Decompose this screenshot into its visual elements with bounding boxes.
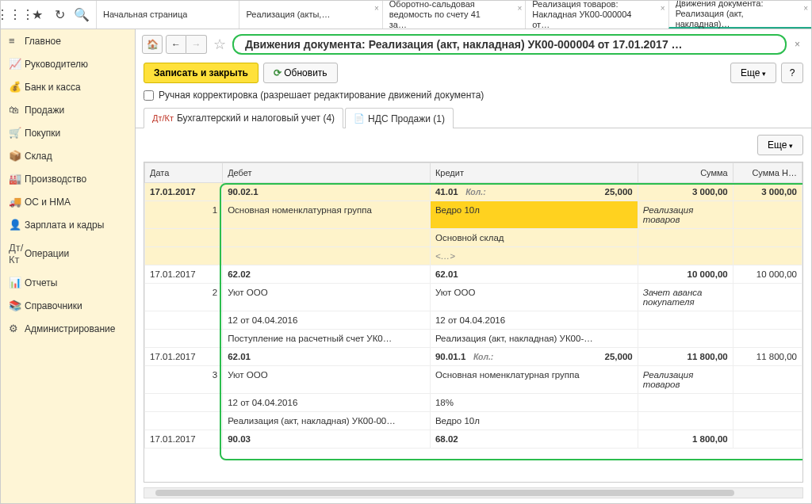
tab-label: Движения документа: Реализация (акт, нак… [676,0,787,29]
sidebar-icon: 🛒 [9,127,25,139]
sidebar-label: Руководителю [25,59,88,70]
top-tab[interactable]: Движения документа: Реализация (акт, нак… [668,1,811,29]
tab-close-icon[interactable]: × [517,4,522,13]
top-tab[interactable]: Реализация товаров: Накладная УК00-00000… [525,1,668,29]
grid-more-button[interactable]: Еще [757,135,803,155]
sidebar-label: Продажи [25,105,64,116]
table-row[interactable]: 12 от 04.04.201618% [145,394,802,412]
table-row[interactable]: Поступление на расчетный счет УК0…Реализ… [145,330,802,348]
sidebar-item[interactable]: 📦Склад [1,144,135,167]
col-debit[interactable]: Дебет [223,163,431,183]
table-row[interactable]: 17.01.201762.0190.01.1 Кол.: 25,00011 80… [145,348,802,366]
tab-close-icon[interactable]: × [803,4,808,13]
sidebar-icon: 🛍 [9,104,25,116]
sidebar-icon: ⚙ [9,323,25,334]
table-row[interactable]: 17.01.201790.02.141.01 Кол.: 25,0003 000… [145,183,802,201]
sidebar-item[interactable]: ⚙Администрирование [1,317,135,340]
sidebar-item[interactable]: 📈Руководителю [1,52,135,75]
sidebar-item[interactable]: 🏭Производство [1,167,135,190]
table-row[interactable]: <…> [145,247,802,265]
sidebar-label: Зарплата и кадры [25,220,104,231]
sub-tab-label: Бухгалтерский и налоговый учет (4) [177,113,335,124]
table-row[interactable]: Основной склад [145,229,802,247]
sidebar-label: Справочники [25,300,82,311]
sidebar-item[interactable]: 🛒Покупки [1,121,135,144]
sidebar-icon: 📈 [9,58,25,70]
history-icon[interactable]: ↻ [48,4,71,26]
tab-close-icon[interactable]: × [374,4,379,13]
sidebar-icon: 📚 [9,300,25,311]
sidebar-item[interactable]: 👤Зарплата и кадры [1,213,135,236]
sidebar-icon: 💰 [9,81,25,93]
search-icon[interactable]: 🔍 [71,4,93,26]
sidebar-item[interactable]: 🛍Продажи [1,98,135,121]
table-row[interactable]: 1Основная номенклатурная группаВедро 10л… [145,201,802,229]
back-button[interactable]: ← [166,35,186,54]
col-credit[interactable]: Кредит [430,163,638,183]
sidebar-item[interactable]: Дт/КтОперации [1,236,135,271]
sidebar-icon: 🏭 [9,173,25,185]
sub-tab[interactable]: 📄НДС Продажи (1) [345,108,454,128]
table-row[interactable]: 3Уют ООООсновная номенклатурная группаРе… [145,366,802,394]
top-tab[interactable]: Оборотно-сальдовая ведомость по счету 41… [382,1,525,29]
sidebar-label: Главное [25,36,61,47]
sidebar-icon: 🚚 [9,196,25,208]
sidebar-item[interactable]: 📚Справочники [1,294,135,317]
horizontal-scrollbar[interactable] [144,487,803,498]
sidebar-label: Производство [25,174,86,185]
col-sum[interactable]: Сумма [638,163,733,183]
tab-label: Реализация товаров: Накладная УК00-00000… [532,0,643,30]
refresh-button[interactable]: Обновить [263,63,338,83]
sidebar-icon: ≡ [9,35,25,47]
sidebar-icon: 📊 [9,277,25,288]
sidebar-item[interactable]: 🚚ОС и НМА [1,190,135,213]
sidebar-item[interactable]: 💰Банк и касса [1,75,135,98]
sidebar-label: Отчеты [25,277,57,288]
apps-icon[interactable]: ⋮⋮⋮ [4,4,26,26]
tab-label: Реализация (акты,… [246,10,330,20]
sidebar-item[interactable]: 📊Отчеты [1,271,135,294]
favorite-icon[interactable]: ☆ [213,36,226,53]
sidebar-icon: Дт/Кт [9,242,25,265]
col-date[interactable]: Дата [145,163,223,183]
save-close-button[interactable]: Записать и закрыть [144,63,259,83]
sidebar-label: Склад [25,151,52,162]
sub-tab[interactable]: Дт/КтБухгалтерский и налоговый учет (4) [144,108,343,128]
more-button[interactable]: Еще [730,63,776,83]
sidebar-icon: 📦 [9,150,25,162]
tab-close-icon[interactable]: × [661,4,665,13]
table-row[interactable]: 17.01.201790.0368.021 800,00 [145,430,802,449]
sidebar-item[interactable]: ≡Главное [1,29,135,52]
col-sumn[interactable]: Сумма Н… [733,163,802,183]
tab-label: Оборотно-сальдовая ведомость по счету 41… [389,0,500,30]
top-tab[interactable]: Начальная страница [96,1,239,29]
sub-tab-label: НДС Продажи (1) [368,113,445,124]
forward-button[interactable]: → [186,35,207,54]
help-button[interactable]: ? [781,63,803,83]
grid[interactable]: Дата Дебет Кредит Сумма Сумма Н… 17.01.2… [144,162,803,483]
star-icon[interactable]: ★ [26,4,48,26]
manual-edit-checkbox[interactable] [144,90,154,101]
page-title: Движения документа: Реализация (акт, нак… [232,34,787,55]
sub-tab-icon: 📄 [354,113,365,124]
sidebar-label: Операции [25,248,69,259]
tab-label: Начальная страница [103,10,187,20]
manual-edit-label: Ручная корректировка (разрешает редактир… [159,90,484,101]
close-icon[interactable]: × [795,39,800,50]
top-tab[interactable]: Реализация (акты,…× [239,1,381,29]
sidebar-label: Администрирование [25,323,115,334]
sidebar-label: Покупки [25,128,60,139]
table-row[interactable]: 2Уют ОООУют ОООЗачет аванса покупателя [145,284,802,311]
sidebar-icon: 👤 [9,219,25,231]
home-button[interactable]: 🏠 [142,35,163,54]
table-row[interactable]: Реализация (акт, накладная) УК00-00…Ведр… [145,412,802,430]
table-row[interactable]: 12 от 04.04.201612 от 04.04.2016 [145,311,802,330]
table-row[interactable]: 17.01.201762.0262.0110 000,0010 000,00 [145,265,802,284]
sidebar-label: Банк и касса [25,82,81,93]
sidebar-label: ОС и НМА [25,197,71,208]
sub-tab-icon: Дт/Кт [152,113,174,123]
